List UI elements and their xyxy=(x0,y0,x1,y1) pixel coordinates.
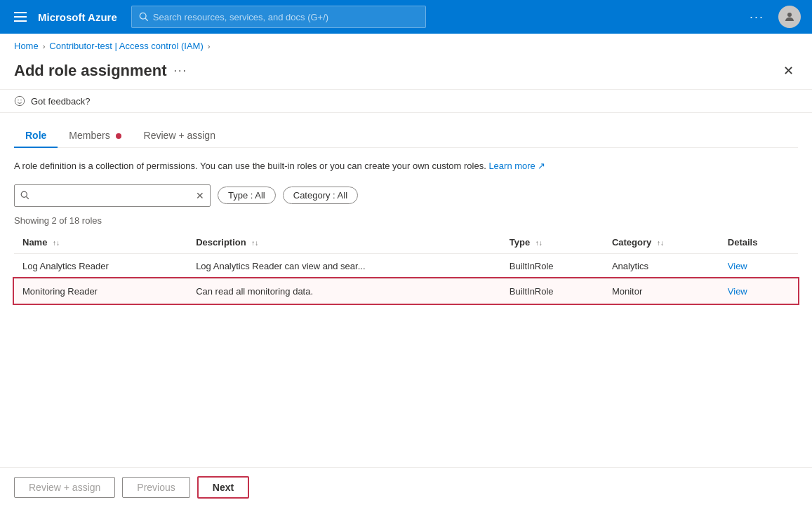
content-wrapper: Home › Contributor-test | Access control… xyxy=(0,34,812,507)
table-header: Name ↑↓ Description ↑↓ Type ↑↓ Category … xyxy=(14,231,798,254)
next-button[interactable]: Next xyxy=(197,476,249,499)
breadcrumb-iam[interactable]: Contributor-test | Access control (IAM) xyxy=(49,41,203,51)
svg-point-2 xyxy=(787,13,792,17)
breadcrumb-home[interactable]: Home xyxy=(14,41,39,51)
avatar-icon xyxy=(783,11,796,23)
svg-line-1 xyxy=(145,18,148,21)
tab-role[interactable]: Role xyxy=(14,124,58,148)
sort-category[interactable]: ↑↓ xyxy=(657,239,664,247)
svg-point-5 xyxy=(21,191,27,197)
search-box-icon xyxy=(20,191,29,200)
feedback-text[interactable]: Got feedback? xyxy=(31,96,91,107)
sort-name[interactable]: ↑↓ xyxy=(53,239,60,247)
svg-line-6 xyxy=(27,197,29,199)
main-panel: Role Members Review + assign A role defi… xyxy=(0,113,812,467)
role-search-input[interactable]: monitoring reader xyxy=(34,190,196,201)
cell-category: Analytics xyxy=(604,253,719,278)
previous-button[interactable]: Previous xyxy=(122,477,189,498)
view-link[interactable]: View xyxy=(728,286,747,297)
cell-description: Log Analytics Reader can view and sear..… xyxy=(187,253,501,278)
table-body: Log Analytics ReaderLog Analytics Reader… xyxy=(14,253,798,304)
category-filter-button[interactable]: Category : All xyxy=(283,187,358,204)
type-filter-button[interactable]: Type : All xyxy=(218,187,276,204)
tabs-container: Role Members Review + assign xyxy=(14,124,798,148)
feedback-icon xyxy=(14,95,25,107)
roles-table: Name ↑↓ Description ↑↓ Type ↑↓ Category … xyxy=(14,231,798,304)
close-button[interactable]: ✕ xyxy=(778,61,798,81)
svg-point-4 xyxy=(20,100,21,100)
description-text: A role definition is a collection of per… xyxy=(14,159,798,173)
sort-type[interactable]: ↑↓ xyxy=(535,239,543,247)
footer: Review + assign Previous Next xyxy=(0,467,812,507)
cell-category: Monitor xyxy=(604,278,719,304)
user-avatar[interactable] xyxy=(778,6,801,28)
feedback-bar: Got feedback? xyxy=(0,90,812,113)
breadcrumb-sep-1: › xyxy=(43,42,46,50)
hamburger-menu[interactable] xyxy=(11,9,29,25)
page-more-dots[interactable]: ··· xyxy=(174,65,187,77)
cell-details[interactable]: View xyxy=(719,253,798,278)
col-details: Details xyxy=(719,231,798,254)
search-box[interactable]: monitoring reader ✕ xyxy=(14,184,211,207)
view-link[interactable]: View xyxy=(728,261,747,271)
col-type: Type ↑↓ xyxy=(501,231,604,254)
breadcrumb-sep-2: › xyxy=(208,42,211,50)
cell-description: Can read all monitoring data. xyxy=(187,278,501,304)
page-header: Add role assignment ··· ✕ xyxy=(0,55,812,90)
members-dot xyxy=(116,133,121,139)
global-search-box[interactable] xyxy=(131,6,426,28)
sort-description[interactable]: ↑↓ xyxy=(251,239,258,247)
cell-name: Log Analytics Reader xyxy=(14,253,187,278)
showing-count: Showing 2 of 18 roles xyxy=(14,215,798,226)
breadcrumb: Home › Contributor-test | Access control… xyxy=(0,34,812,55)
svg-point-0 xyxy=(140,13,146,19)
col-category: Category ↑↓ xyxy=(604,231,719,254)
table-row[interactable]: Log Analytics ReaderLog Analytics Reader… xyxy=(14,253,798,278)
cell-type: BuiltInRole xyxy=(501,253,604,278)
topbar-more-dots[interactable]: ··· xyxy=(744,7,770,27)
tab-review-assign[interactable]: Review + assign xyxy=(133,124,227,148)
cell-name: Monitoring Reader xyxy=(14,278,187,304)
search-icon xyxy=(139,12,149,22)
review-assign-button[interactable]: Review + assign xyxy=(14,477,115,498)
page-title: Add role assignment xyxy=(14,62,167,80)
app-title: Microsoft Azure xyxy=(38,11,117,23)
table-row[interactable]: Monitoring ReaderCan read all monitoring… xyxy=(14,278,798,304)
topbar: Microsoft Azure ··· xyxy=(0,0,812,34)
cell-details[interactable]: View xyxy=(719,278,798,304)
global-search-input[interactable] xyxy=(153,12,418,22)
col-description: Description ↑↓ xyxy=(187,231,501,254)
learn-more-link[interactable]: Learn more ↗ xyxy=(488,161,545,171)
tab-members[interactable]: Members xyxy=(58,124,132,148)
cell-type: BuiltInRole xyxy=(501,278,604,304)
filters-row: monitoring reader ✕ Type : All Category … xyxy=(14,184,798,207)
col-name: Name ↑↓ xyxy=(14,231,187,254)
search-clear-button[interactable]: ✕ xyxy=(196,190,204,201)
svg-point-3 xyxy=(18,100,18,100)
